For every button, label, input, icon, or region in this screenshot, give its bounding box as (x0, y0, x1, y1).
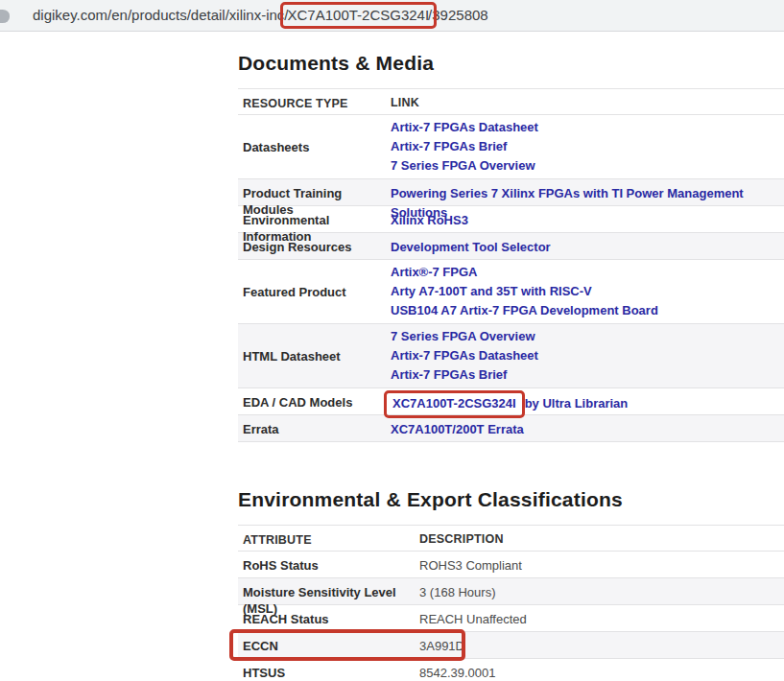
link-xilinx-rohs3[interactable]: Xilinx RoHS3 (391, 211, 784, 230)
url-prefix: digikey.com/en/products/detail/xilinx-in… (33, 7, 289, 23)
documents-media-title: Documents & Media (238, 51, 784, 76)
row-value: 3 (168 Hours) (419, 583, 784, 600)
table-row-html-datasheet: HTML Datasheet 7 Series FPGA Overview Ar… (238, 324, 784, 388)
row-value: REACH Unaffected (419, 610, 784, 627)
row-label: ECCN (243, 637, 419, 654)
row-label: REACH Status (243, 610, 419, 627)
link-artix7-datasheet-2[interactable]: Artix-7 FPGAs Datasheet (391, 346, 784, 365)
eda-part-annotation: XC7A100T-2CSG324I (384, 390, 525, 418)
col-attribute: ATTRIBUTE (243, 531, 419, 549)
link-usb104-a7[interactable]: USB104 A7 Artix-7 FPGA Development Board (391, 301, 784, 320)
row-value: 8542.39.0001 (419, 664, 784, 681)
table-row-errata: Errata XC7A100T/200T Errata (238, 415, 784, 442)
link-7series-overview-2[interactable]: 7 Series FPGA Overview (391, 327, 784, 346)
row-label: RoHS Status (243, 556, 419, 574)
row-label: Featured Product (243, 283, 391, 300)
table-row-environmental-info: Environmental Information Xilinx RoHS3 (238, 206, 784, 233)
table-row-eccn: ECCN 3A991D (238, 632, 784, 659)
environmental-export-table: ATTRIBUTE DESCRIPTION RoHS Status ROHS3 … (238, 525, 784, 681)
col-description: DESCRIPTION (419, 531, 784, 548)
row-value: ROHS3 Compliant (419, 556, 784, 574)
table-row-product-training: Product Training Modules Powering Series… (238, 179, 784, 206)
table-row-eda-cad-models: EDA / CAD Models XC7A100T-2CSG324Iby Ult… (238, 388, 784, 415)
table-row-htsus: HTSUS 8542.39.0001 (238, 659, 784, 681)
browser-address-bar[interactable]: digikey.com/en/products/detail/xilinx-in… (0, 0, 784, 32)
row-label: HTSUS (243, 664, 419, 681)
link-artix7-fpga[interactable]: Artix®-7 FPGA (391, 263, 784, 282)
link-arty-a7[interactable]: Arty A7-100T and 35T with RISC-V (391, 282, 784, 301)
col-resource-type: RESOURCE TYPE (243, 95, 391, 112)
link-eda-cad-model[interactable]: XC7A100T-2CSG324Iby Ultra Librarian (391, 396, 628, 411)
table-row-msl: Moisture Sensitivity Level (MSL) 3 (168 … (238, 578, 784, 605)
link-dev-tool-selector[interactable]: Development Tool Selector (391, 238, 784, 257)
table-row-rohs-status: RoHS Status ROHS3 Compliant (238, 552, 784, 578)
eda-part-number: XC7A100T-2CSG324I (392, 396, 516, 411)
documents-media-header-row: RESOURCE TYPE LINK (238, 89, 784, 115)
row-label: Datasheets (243, 138, 391, 155)
col-link: LINK (391, 95, 784, 111)
row-value: 3A991D (419, 637, 784, 654)
eda-link-rest: by Ultra Librarian (525, 396, 629, 411)
row-label: HTML Datasheet (243, 347, 391, 364)
table-row-datasheets: Datasheets Artix-7 FPGAs Datasheet Artix… (238, 115, 784, 179)
url-text[interactable]: digikey.com/en/products/detail/xilinx-in… (33, 2, 488, 29)
row-label: Errata (243, 420, 391, 437)
url-highlight-annotation: XC7A100T-2CSG324I (280, 2, 438, 29)
table-row-design-resources: Design Resources Development Tool Select… (238, 233, 784, 260)
url-part-number: XC7A100T-2CSG324I (288, 7, 430, 23)
page-content: Documents & Media RESOURCE TYPE LINK Dat… (238, 32, 784, 681)
table-row-reach-status: REACH Status REACH Unaffected (238, 605, 784, 632)
link-artix7-brief-2[interactable]: Artix-7 FPGAs Brief (391, 365, 784, 385)
documents-media-table: RESOURCE TYPE LINK Datasheets Artix-7 FP… (238, 88, 784, 442)
row-label: Design Resources (243, 238, 391, 255)
link-errata[interactable]: XC7A100T/200T Errata (391, 420, 784, 439)
environmental-export-title: Environmental & Export Classifications (238, 487, 784, 512)
link-artix7-brief[interactable]: Artix-7 FPGAs Brief (391, 137, 784, 156)
link-artix7-datasheet[interactable]: Artix-7 FPGAs Datasheet (391, 118, 784, 137)
row-label: EDA / CAD Models (243, 393, 391, 411)
table-row-featured-product: Featured Product Artix®-7 FPGA Arty A7-1… (238, 260, 784, 324)
site-favicon-icon (0, 10, 10, 23)
environmental-header-row: ATTRIBUTE DESCRIPTION (238, 526, 784, 552)
url-suffix: /3925808 (428, 7, 488, 23)
link-7series-overview[interactable]: 7 Series FPGA Overview (391, 156, 784, 176)
